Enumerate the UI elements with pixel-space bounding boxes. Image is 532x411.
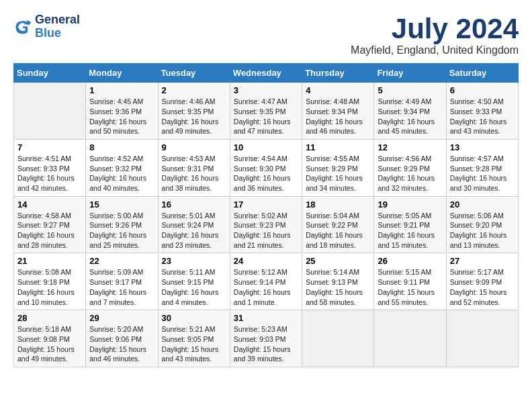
table-row: [302, 310, 374, 367]
table-row: 9 Sunrise: 4:53 AMSunset: 9:31 PMDayligh…: [158, 139, 230, 196]
table-row: 17 Sunrise: 5:02 AMSunset: 9:23 PMDaylig…: [230, 196, 302, 253]
day-info: Sunrise: 5:14 AMSunset: 9:13 PMDaylight:…: [306, 268, 363, 306]
day-info: Sunrise: 4:54 AMSunset: 9:30 PMDaylight:…: [234, 154, 291, 192]
logo: General Blue: [13, 13, 80, 40]
table-row: [446, 310, 518, 367]
table-row: 22 Sunrise: 5:09 AMSunset: 9:17 PMDaylig…: [86, 253, 158, 310]
day-info: Sunrise: 5:12 AMSunset: 9:14 PMDaylight:…: [234, 268, 291, 306]
table-row: 31 Sunrise: 5:23 AMSunset: 9:03 PMDaylig…: [230, 310, 302, 367]
day-info: Sunrise: 4:46 AMSunset: 9:35 PMDaylight:…: [162, 97, 219, 135]
day-number: 1: [89, 85, 154, 95]
table-row: 24 Sunrise: 5:12 AMSunset: 9:14 PMDaylig…: [230, 253, 302, 310]
day-number: 23: [162, 256, 226, 266]
day-number: 19: [378, 199, 442, 210]
day-number: 9: [162, 142, 226, 152]
col-tuesday: Tuesday: [158, 64, 230, 83]
table-row: 14 Sunrise: 4:58 AMSunset: 9:27 PMDaylig…: [14, 196, 86, 253]
table-row: 23 Sunrise: 5:11 AMSunset: 9:15 PMDaylig…: [158, 253, 230, 310]
table-row: 7 Sunrise: 4:51 AMSunset: 9:33 PMDayligh…: [14, 139, 86, 196]
day-info: Sunrise: 5:17 AMSunset: 9:09 PMDaylight:…: [450, 268, 507, 306]
day-number: 8: [89, 142, 154, 152]
day-info: Sunrise: 5:21 AMSunset: 9:05 PMDaylight:…: [162, 325, 219, 363]
day-number: 22: [89, 256, 154, 266]
table-row: 13 Sunrise: 4:57 AMSunset: 9:28 PMDaylig…: [446, 139, 518, 196]
day-number: 11: [306, 142, 370, 152]
table-row: 1 Sunrise: 4:45 AMSunset: 9:36 PMDayligh…: [86, 83, 158, 140]
day-number: 18: [306, 199, 370, 210]
day-info: Sunrise: 5:06 AMSunset: 9:20 PMDaylight:…: [450, 212, 507, 249]
col-friday: Friday: [374, 64, 446, 83]
day-info: Sunrise: 4:55 AMSunset: 9:29 PMDaylight:…: [306, 154, 363, 192]
day-number: 3: [234, 85, 298, 95]
table-row: 18 Sunrise: 5:04 AMSunset: 9:22 PMDaylig…: [302, 196, 374, 253]
day-info: Sunrise: 4:45 AMSunset: 9:36 PMDaylight:…: [89, 97, 146, 135]
month-title: July 2024: [351, 13, 519, 44]
table-row: 8 Sunrise: 4:52 AMSunset: 9:32 PMDayligh…: [86, 139, 158, 196]
day-info: Sunrise: 5:15 AMSunset: 9:11 PMDaylight:…: [378, 268, 435, 306]
day-info: Sunrise: 4:51 AMSunset: 9:33 PMDaylight:…: [17, 154, 75, 192]
location-title: Mayfield, England, United Kingdom: [351, 44, 519, 56]
table-row: 30 Sunrise: 5:21 AMSunset: 9:05 PMDaylig…: [158, 310, 230, 367]
day-info: Sunrise: 4:50 AMSunset: 9:33 PMDaylight:…: [450, 97, 507, 135]
col-sunday: Sunday: [14, 64, 86, 83]
day-number: 17: [234, 199, 298, 210]
day-info: Sunrise: 4:49 AMSunset: 9:34 PMDaylight:…: [378, 97, 435, 135]
day-info: Sunrise: 5:00 AMSunset: 9:26 PMDaylight:…: [89, 212, 146, 249]
col-thursday: Thursday: [302, 64, 374, 83]
table-row: 29 Sunrise: 5:20 AMSunset: 9:06 PMDaylig…: [86, 310, 158, 367]
day-number: 15: [89, 199, 154, 210]
day-number: 24: [234, 256, 298, 266]
day-info: Sunrise: 4:58 AMSunset: 9:27 PMDaylight:…: [17, 212, 75, 249]
day-number: 26: [378, 256, 442, 266]
day-number: 28: [17, 313, 82, 323]
table-row: [374, 310, 446, 367]
day-info: Sunrise: 4:52 AMSunset: 9:32 PMDaylight:…: [89, 154, 146, 192]
table-row: 28 Sunrise: 5:18 AMSunset: 9:08 PMDaylig…: [14, 310, 86, 367]
day-number: 21: [17, 256, 82, 266]
table-row: 5 Sunrise: 4:49 AMSunset: 9:34 PMDayligh…: [374, 83, 446, 140]
table-row: 27 Sunrise: 5:17 AMSunset: 9:09 PMDaylig…: [446, 253, 518, 310]
calendar-table: Sunday Monday Tuesday Wednesday Thursday…: [13, 63, 519, 367]
day-number: 29: [89, 313, 154, 323]
table-row: 10 Sunrise: 4:54 AMSunset: 9:30 PMDaylig…: [230, 139, 302, 196]
table-row: 6 Sunrise: 4:50 AMSunset: 9:33 PMDayligh…: [446, 83, 518, 140]
page-header: General Blue July 2024 Mayfield, England…: [13, 13, 519, 56]
table-row: 2 Sunrise: 4:46 AMSunset: 9:35 PMDayligh…: [158, 83, 230, 140]
col-saturday: Saturday: [446, 64, 518, 83]
day-info: Sunrise: 5:20 AMSunset: 9:06 PMDaylight:…: [89, 325, 146, 363]
table-row: [14, 83, 86, 140]
day-number: 20: [450, 199, 515, 210]
day-info: Sunrise: 4:57 AMSunset: 9:28 PMDaylight:…: [450, 154, 507, 192]
logo-icon: [13, 17, 32, 36]
day-info: Sunrise: 4:56 AMSunset: 9:29 PMDaylight:…: [378, 154, 435, 192]
day-info: Sunrise: 4:53 AMSunset: 9:31 PMDaylight:…: [162, 154, 219, 192]
table-row: 26 Sunrise: 5:15 AMSunset: 9:11 PMDaylig…: [374, 253, 446, 310]
table-row: 16 Sunrise: 5:01 AMSunset: 9:24 PMDaylig…: [158, 196, 230, 253]
day-info: Sunrise: 4:47 AMSunset: 9:35 PMDaylight:…: [234, 97, 291, 135]
day-info: Sunrise: 5:18 AMSunset: 9:08 PMDaylight:…: [17, 325, 75, 363]
day-info: Sunrise: 5:02 AMSunset: 9:23 PMDaylight:…: [234, 212, 291, 249]
col-wednesday: Wednesday: [230, 64, 302, 83]
day-number: 27: [450, 256, 515, 266]
day-number: 31: [234, 313, 298, 323]
table-row: 4 Sunrise: 4:48 AMSunset: 9:34 PMDayligh…: [302, 83, 374, 140]
day-info: Sunrise: 4:48 AMSunset: 9:34 PMDaylight:…: [306, 97, 363, 135]
table-row: 21 Sunrise: 5:08 AMSunset: 9:18 PMDaylig…: [14, 253, 86, 310]
day-number: 13: [450, 142, 515, 152]
calendar-header-row: Sunday Monday Tuesday Wednesday Thursday…: [14, 64, 519, 83]
table-row: 20 Sunrise: 5:06 AMSunset: 9:20 PMDaylig…: [446, 196, 518, 253]
day-info: Sunrise: 5:11 AMSunset: 9:15 PMDaylight:…: [162, 268, 219, 306]
col-monday: Monday: [86, 64, 158, 83]
day-number: 14: [17, 199, 82, 210]
table-row: 3 Sunrise: 4:47 AMSunset: 9:35 PMDayligh…: [230, 83, 302, 140]
day-info: Sunrise: 5:09 AMSunset: 9:17 PMDaylight:…: [89, 268, 146, 306]
day-number: 2: [162, 85, 226, 95]
logo-text: General Blue: [35, 13, 80, 40]
title-area: July 2024 Mayfield, England, United King…: [351, 13, 519, 56]
day-info: Sunrise: 5:05 AMSunset: 9:21 PMDaylight:…: [378, 212, 435, 249]
day-number: 30: [162, 313, 226, 323]
day-number: 16: [162, 199, 226, 210]
day-number: 5: [378, 85, 442, 95]
day-number: 7: [17, 142, 82, 152]
day-number: 12: [378, 142, 442, 152]
